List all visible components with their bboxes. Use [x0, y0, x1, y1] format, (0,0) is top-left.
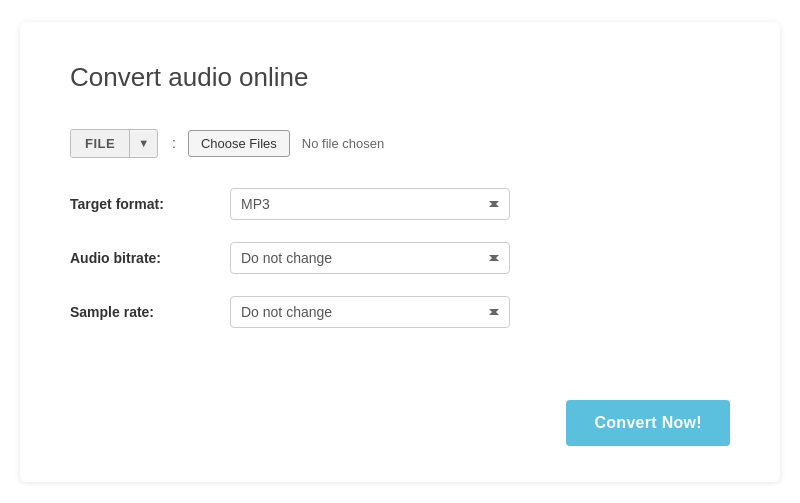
audio-bitrate-label: Audio bitrate: — [70, 250, 230, 266]
file-source-selector[interactable]: FILE ▼ — [70, 129, 158, 158]
audio-bitrate-select[interactable]: Do not change 64 kbps 128 kbps 192 kbps … — [230, 242, 510, 274]
sample-rate-row: Sample rate: Do not change 8000 Hz 22050… — [70, 296, 730, 328]
sample-rate-label: Sample rate: — [70, 304, 230, 320]
page-title: Convert audio online — [70, 62, 730, 93]
main-card: Convert audio online FILE ▼ : Choose Fil… — [20, 22, 780, 482]
sample-rate-select[interactable]: Do not change 8000 Hz 22050 Hz 44100 Hz … — [230, 296, 510, 328]
convert-now-button[interactable]: Convert Now! — [566, 400, 730, 446]
target-format-label: Target format: — [70, 196, 230, 212]
target-format-select[interactable]: MP3 AAC WAV OGG FLAC M4A — [230, 188, 510, 220]
target-format-row: Target format: MP3 AAC WAV OGG FLAC M4A — [70, 188, 730, 220]
colon-separator: : — [172, 135, 176, 151]
file-source-label: FILE — [71, 130, 130, 157]
file-source-dropdown-arrow[interactable]: ▼ — [130, 132, 157, 155]
choose-files-button[interactable]: Choose Files — [188, 130, 290, 157]
file-row: FILE ▼ : Choose Files No file chosen — [70, 129, 730, 158]
no-file-text: No file chosen — [302, 136, 384, 151]
audio-bitrate-row: Audio bitrate: Do not change 64 kbps 128… — [70, 242, 730, 274]
